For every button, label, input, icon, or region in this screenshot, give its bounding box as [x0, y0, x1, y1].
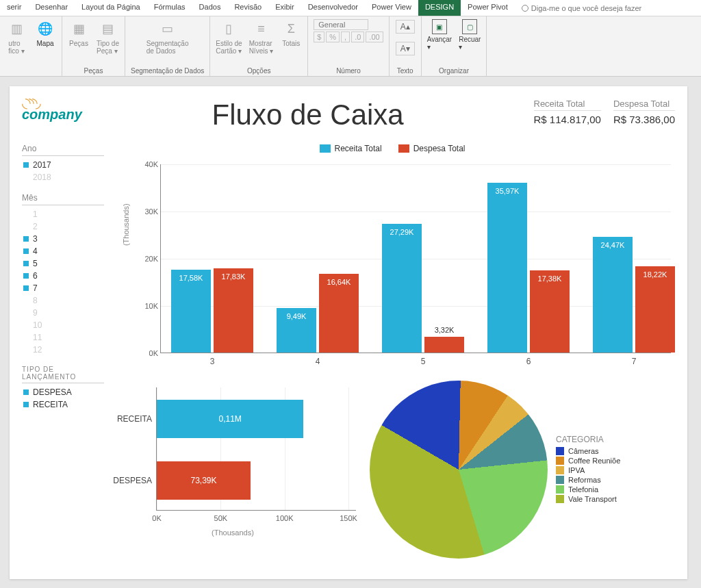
- slicer-mes-item-2[interactable]: 2: [22, 220, 104, 233]
- slicer-tipo-item-DESPESA[interactable]: DESPESA: [22, 386, 104, 398]
- font-decrease[interactable]: A▾: [396, 42, 415, 55]
- tab-dados[interactable]: Dados: [192, 0, 228, 16]
- slicer-ano-item-2017[interactable]: 2017: [22, 159, 104, 171]
- bar-Receita-Total-6[interactable]: 35,97K: [487, 183, 527, 353]
- pie-legend-item-Câmeras[interactable]: Câmeras: [556, 447, 620, 455]
- legend-swatch-despesa: [398, 144, 409, 153]
- slicer-tipo-title: TIPO DE LANÇAMENTO: [22, 366, 104, 383]
- ribbon-show-levels[interactable]: ≡ MostrarNíveis ▾: [249, 19, 274, 55]
- slicer-ano-item-2018[interactable]: 2018: [22, 171, 104, 183]
- bar-group-7: 24,47K18,22K7: [593, 237, 675, 353]
- card-icon: ▯: [219, 19, 238, 38]
- slicer-mes-item-3[interactable]: 3: [22, 233, 104, 245]
- hbar-RECEITA[interactable]: 0,11M: [157, 400, 303, 438]
- number-inc-dec[interactable]: .0: [351, 31, 364, 42]
- gridline: [161, 164, 671, 165]
- gridline: [161, 212, 671, 212]
- bar-Receita-Total-7[interactable]: 24,47K: [593, 237, 633, 353]
- lightbulb-icon: [522, 5, 528, 12]
- slicer-ano[interactable]: Ano 20172018: [22, 144, 104, 183]
- number-comma[interactable]: ,: [341, 31, 350, 42]
- pie-legend-item-Coffee-Reuniõe[interactable]: Coffee Reuniõe: [556, 457, 620, 465]
- tell-me-search[interactable]: Diga-me o que você deseja fazer: [515, 0, 648, 16]
- slicer-mes-item-12[interactable]: 12: [22, 344, 104, 356]
- pie-legend-item-Reformas[interactable]: Reformas: [556, 476, 620, 484]
- hxtick: 0K: [152, 514, 161, 522]
- pie-legend-item-Vale-Transport[interactable]: Vale Transport: [556, 495, 620, 503]
- total-despesa: Despesa Total R$ 73.386,00: [613, 99, 675, 125]
- ribbon-tipo-peca[interactable]: ▤ Tipo dePeça ▾: [97, 19, 119, 55]
- number-percent[interactable]: %: [326, 31, 340, 42]
- xtick: 4: [277, 357, 359, 366]
- hgridline: [348, 387, 349, 510]
- ribbon-pecas[interactable]: ▦ Peças: [68, 19, 90, 55]
- ytick: 40K: [133, 160, 158, 168]
- slicer-tipo[interactable]: TIPO DE LANÇAMENTO DESPESARECEITA: [22, 366, 104, 411]
- number-currency[interactable]: $: [314, 31, 324, 42]
- ribbon-totals[interactable]: Σ Totais: [280, 19, 302, 55]
- bar-value-label: 16,64K: [319, 278, 359, 286]
- selected-marker-icon: [23, 248, 29, 254]
- hxtick: 50K: [214, 514, 228, 522]
- pie-legend-item-IPVA[interactable]: IPVA: [556, 466, 620, 474]
- category-pie-chart[interactable]: [370, 381, 548, 559]
- xtick: 5: [382, 357, 464, 366]
- font-increase[interactable]: A▴: [396, 20, 415, 34]
- slicer-mes[interactable]: Mês 123456789101112: [22, 193, 104, 356]
- pie-legend: CATEGORIA CâmerasCoffee ReuniõeIPVARefor…: [556, 435, 620, 504]
- ytick: 10K: [133, 302, 158, 310]
- slicer-tipo-item-RECEITA[interactable]: RECEITA: [22, 398, 104, 411]
- slicer-mes-item-6[interactable]: 6: [22, 270, 104, 282]
- tab-desenvolvedor[interactable]: Desenvolvedor: [301, 0, 365, 16]
- ribbon-mapa[interactable]: 🌐 Mapa: [34, 19, 56, 55]
- slicer-mes-item-4[interactable]: 4: [22, 245, 104, 257]
- hbar-label-despesa: DESPESA: [112, 476, 152, 485]
- slicer-ano-title: Ano: [22, 144, 104, 156]
- ribbon-bring-forward[interactable]: ▣ Avançar▾: [427, 19, 453, 51]
- ribbon-outro-grafico[interactable]: ▥ utrofico ▾: [5, 19, 27, 55]
- bar-Despesa-Total-7[interactable]: 18,22K: [635, 266, 675, 353]
- ribbon-send-backward[interactable]: ▢ Recuar▾: [459, 19, 481, 51]
- selected-marker-icon: [23, 273, 29, 279]
- hbar-value-label: 73,39K: [190, 476, 216, 485]
- bar-Receita-Total-3[interactable]: 17,58K: [171, 270, 211, 353]
- totals-hbar-chart[interactable]: 0K50K100K150K0,11M73,39K RECEITA DESPESA…: [110, 381, 356, 538]
- slicer-mes-item-7[interactable]: 7: [22, 282, 104, 294]
- totals-icon: Σ: [281, 19, 301, 38]
- ribbon-card-style[interactable]: ▯ Estilo deCartão ▾: [216, 19, 242, 55]
- tab-formulas[interactable]: Fórmulas: [147, 0, 192, 16]
- hbar-DESPESA[interactable]: 73,39K: [157, 461, 251, 500]
- xtick: 7: [593, 357, 675, 366]
- bar-Despesa-Total-4[interactable]: 16,64K: [319, 274, 359, 353]
- number-format-select[interactable]: General: [314, 19, 368, 30]
- hxtick: 150K: [340, 514, 357, 522]
- bar-Receita-Total-4[interactable]: 9,49K: [277, 308, 316, 353]
- monthly-bar-chart[interactable]: (Thousands) 0K10K20K30K40K17,58K17,83K39…: [126, 164, 671, 370]
- slicer-mes-item-1[interactable]: 1: [22, 208, 104, 220]
- powerview-canvas[interactable]: ◟◝◝◝◞ company Fluxo de Caixa Receita Tot…: [10, 86, 687, 579]
- tab-powerview[interactable]: Power View: [365, 0, 418, 16]
- tab-desenhar[interactable]: Desenhar: [28, 0, 75, 16]
- tab-layout[interactable]: Layout da Página: [75, 0, 147, 16]
- number-dec-dec[interactable]: .00: [366, 31, 383, 42]
- tab-design[interactable]: DESIGN: [418, 0, 461, 16]
- bar-value-label: 3,32K: [424, 326, 464, 334]
- selected-marker-icon: [23, 261, 29, 266]
- slicer-mes-title: Mês: [22, 193, 104, 205]
- slicer-mes-item-11[interactable]: 11: [22, 331, 104, 344]
- slicer-mes-item-8[interactable]: 8: [22, 294, 104, 307]
- slicer-mes-item-10[interactable]: 10: [22, 319, 104, 331]
- tab-exibir[interactable]: Exibir: [268, 0, 301, 16]
- slicer-mes-item-5[interactable]: 5: [22, 257, 104, 270]
- tab-inserir[interactable]: serir: [0, 0, 28, 16]
- pie-legend-item-Telefonia[interactable]: Telefonia: [556, 485, 620, 494]
- bar-Receita-Total-5[interactable]: 27,29K: [382, 224, 422, 353]
- bar-Despesa-Total-6[interactable]: 17,38K: [530, 270, 570, 353]
- bar-Despesa-Total-5[interactable]: 3,32K: [424, 337, 464, 353]
- ribbon-slicer[interactable]: ▭ Segmentaçãode Dados: [146, 19, 189, 55]
- bar-group-4: 9,49K16,64K4: [277, 274, 359, 353]
- tab-powerpivot[interactable]: Power Pivot: [461, 0, 515, 16]
- tab-revisao[interactable]: Revisão: [227, 0, 268, 16]
- slicer-mes-item-9[interactable]: 9: [22, 307, 104, 319]
- bar-Despesa-Total-3[interactable]: 17,83K: [214, 268, 253, 353]
